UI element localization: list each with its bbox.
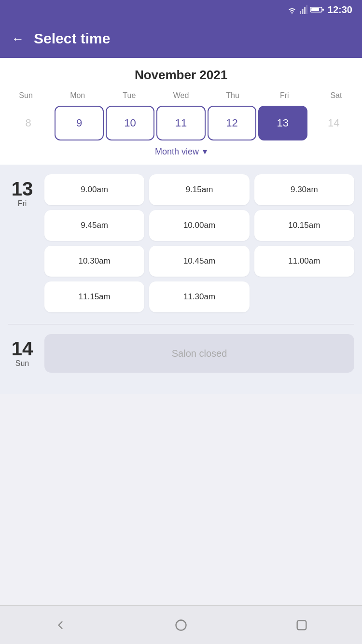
bottom-nav [0, 605, 362, 644]
time-slot-button[interactable]: 10.00am [149, 210, 249, 241]
week-day-label: Sat [310, 89, 362, 102]
svg-rect-3 [306, 5, 307, 14]
date-cell[interactable]: 11 [156, 106, 205, 140]
time-slot-button[interactable]: 11.15am [44, 281, 144, 312]
chevron-down-icon: ▾ [203, 146, 207, 157]
status-bar: 12:30 [0, 0, 362, 19]
day-number: 13 [12, 179, 33, 198]
svg-rect-2 [304, 7, 306, 14]
month-view-toggle[interactable]: Month view ▾ [0, 140, 362, 160]
date-cell[interactable]: 10 [106, 106, 154, 140]
home-circle-icon [174, 618, 188, 632]
page-title: Select time [34, 30, 110, 47]
week-dates-row: 891011121314 [0, 106, 362, 140]
day-row: 14SunSalon closed [8, 334, 354, 373]
day-label: 14Sun [8, 334, 37, 368]
svg-rect-1 [302, 9, 303, 14]
svg-rect-8 [297, 620, 306, 630]
day-number: 14 [12, 339, 33, 358]
salon-closed-label: Salon closed [44, 334, 354, 373]
time-slot-button[interactable]: 9.15am [149, 174, 249, 205]
month-view-label: Month view [155, 147, 199, 157]
app-header: ← Select time [0, 19, 362, 58]
day-row: 13Fri9.00am9.15am9.30am9.45am10.00am10.1… [8, 174, 354, 312]
wifi-icon [287, 6, 297, 14]
svg-rect-6 [311, 8, 319, 11]
svg-point-7 [176, 620, 186, 630]
week-day-label: Tue [103, 89, 155, 102]
status-time: 12:30 [328, 4, 352, 15]
signal-icon [300, 5, 307, 14]
day-name: Sun [15, 359, 29, 368]
date-cell: 14 [309, 106, 358, 140]
time-grid: 9.00am9.15am9.30am9.45am10.00am10.15am10… [44, 174, 354, 312]
time-slot-button[interactable]: 10.15am [254, 210, 354, 241]
week-day-label: Thu [207, 89, 259, 102]
week-day-label: Mon [52, 89, 103, 102]
week-days-row: SunMonTueWedThuFriSat [0, 89, 362, 102]
time-slot-button[interactable]: 10.30am [44, 246, 144, 277]
time-slot-button[interactable]: 9.30am [254, 174, 354, 205]
month-label: November 2021 [0, 68, 362, 83]
date-cell[interactable]: 12 [208, 106, 256, 140]
week-day-label: Fri [259, 89, 310, 102]
nav-recent-button[interactable] [291, 615, 312, 636]
date-cell: 8 [4, 106, 53, 140]
nav-back-button[interactable] [50, 615, 71, 636]
time-slot-button[interactable]: 11.00am [254, 246, 354, 277]
calendar-section: November 2021 SunMonTueWedThuFriSat 8910… [0, 58, 362, 165]
closed-grid: Salon closed [44, 334, 354, 373]
svg-rect-0 [300, 11, 301, 14]
day-divider [8, 324, 354, 324]
time-slot-button[interactable]: 11.30am [149, 281, 249, 312]
back-triangle-icon [54, 618, 67, 632]
slots-section: 13Fri9.00am9.15am9.30am9.45am10.00am10.1… [0, 165, 362, 394]
time-slot-button[interactable]: 10.45am [149, 246, 249, 277]
nav-home-button[interactable] [170, 615, 192, 636]
week-day-label: Sun [0, 89, 52, 102]
recent-square-icon [295, 618, 308, 632]
back-button[interactable]: ← [12, 32, 24, 45]
time-slot-button[interactable]: 9.45am [44, 210, 144, 241]
svg-rect-5 [322, 9, 324, 11]
day-label: 13Fri [8, 174, 37, 208]
battery-icon [310, 6, 324, 13]
day-name: Fri [18, 199, 27, 208]
date-cell[interactable]: 13 [258, 106, 307, 140]
date-cell[interactable]: 9 [55, 106, 103, 140]
time-slot-button[interactable]: 9.00am [44, 174, 144, 205]
week-day-label: Wed [155, 89, 207, 102]
